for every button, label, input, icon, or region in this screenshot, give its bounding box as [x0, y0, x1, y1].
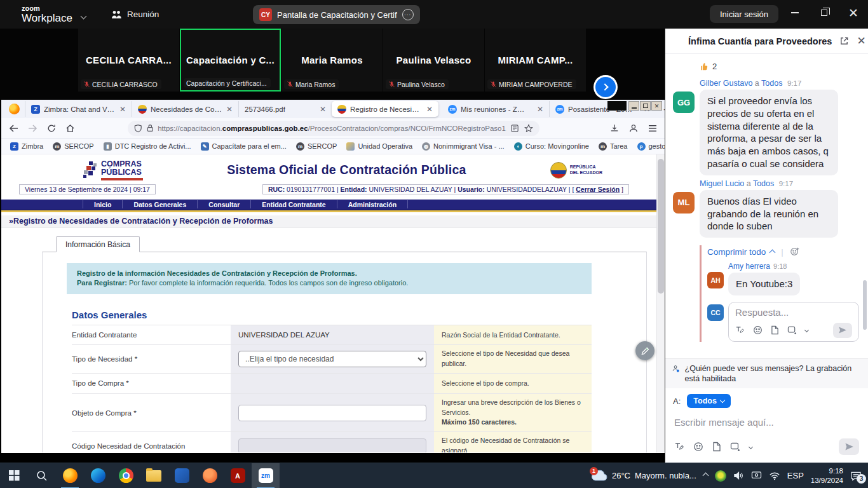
- more-compose-options-chevron[interactable]: [804, 328, 809, 332]
- tray-overflow-chevron[interactable]: [702, 473, 709, 479]
- format-text-icon[interactable]: [735, 325, 745, 335]
- message-bubble[interactable]: Buenos días El video grabando de la reun…: [700, 190, 838, 238]
- back-icon[interactable]: [9, 125, 18, 132]
- objeto-compra-input[interactable]: [238, 405, 426, 421]
- video-tile[interactable]: Maria Ramos Maria Ramos: [281, 29, 383, 92]
- reader-view-icon[interactable]: [511, 125, 519, 132]
- bookmark-item[interactable]: ▮DTC Registro de Activi...: [104, 142, 191, 151]
- browser-tab[interactable]: zm Mis reuniones - Zoom ✕: [442, 101, 549, 117]
- more-options-icon[interactable]: ...: [402, 9, 414, 20]
- menu-item-consultar[interactable]: Consultar: [197, 200, 250, 208]
- menu-icon[interactable]: [648, 125, 657, 132]
- antivirus-tray-icon[interactable]: [715, 470, 726, 482]
- browser-tab-active[interactable]: Registro de Necesidades ✕: [332, 101, 438, 117]
- message-bubble[interactable]: En Youtube:3: [728, 273, 800, 295]
- video-tile[interactable]: MIRIAM CAMP... MIRIAM CAMPOVERDE: [485, 29, 586, 92]
- close-chat-icon[interactable]: ✕: [857, 34, 865, 48]
- bookmark-item[interactable]: ✎Capacítate para el em...: [201, 142, 287, 151]
- message-bubble[interactable]: Si el proveedor envía los precios de su …: [700, 90, 838, 175]
- taskbar-acrobat[interactable]: A: [224, 463, 252, 488]
- add-reaction-icon[interactable]: [790, 247, 800, 257]
- menu-item-datos-generales[interactable]: Datos Generales: [122, 200, 197, 208]
- reload-icon[interactable]: [47, 124, 56, 133]
- menu-item-administracion[interactable]: Administración: [337, 200, 408, 208]
- browser-tab[interactable]: 2573466.pdf ✕: [238, 101, 332, 117]
- sender-name[interactable]: Amy herrera: [728, 262, 770, 271]
- bookmark-star-icon[interactable]: [524, 124, 533, 132]
- collapse-thread-button[interactable]: Comprimir todo: [707, 247, 775, 257]
- tipo-necesidad-select[interactable]: ..Elija el tipo de necesidad: [238, 351, 426, 367]
- more-compose-options-chevron[interactable]: [749, 444, 753, 449]
- taskbar-file-explorer[interactable]: [140, 463, 168, 488]
- keyboard-language[interactable]: ESP: [787, 471, 804, 480]
- taskbar-chrome[interactable]: [112, 463, 140, 488]
- home-icon[interactable]: [65, 124, 75, 133]
- menu-item-entidad-contratante[interactable]: Entidad Contratante: [250, 200, 336, 208]
- bookmark-item[interactable]: ◖Curso: Movingonline: [514, 142, 589, 151]
- send-reply-button[interactable]: [833, 323, 852, 338]
- tab-close-icon[interactable]: ✕: [226, 105, 233, 114]
- pop-out-icon[interactable]: [839, 36, 849, 46]
- wifi-icon[interactable]: [769, 471, 780, 480]
- browser-tab[interactable]: Necesidades de Contrata ✕: [132, 101, 238, 117]
- taskbar-firefox[interactable]: [56, 463, 84, 488]
- tab-informacion-basica[interactable]: Información Básica: [56, 236, 140, 252]
- bookmark-item[interactable]: ZZimbra: [10, 142, 43, 151]
- shared-screen-pill[interactable]: CY Pantalla de Capacitación y Certif ...: [253, 5, 420, 24]
- sender-name[interactable]: Miguel Lucio: [700, 179, 744, 188]
- tab-close-icon[interactable]: ✕: [426, 105, 433, 114]
- meeting-menu[interactable]: Reunión: [111, 10, 159, 19]
- emoji-icon[interactable]: [753, 325, 763, 335]
- tab-close-icon[interactable]: ✕: [537, 105, 543, 114]
- video-tile[interactable]: Paulina Velasco Paulina Velasco: [383, 29, 484, 92]
- browser-tab[interactable]: Z Zimbra: Chat and Video ✕: [25, 101, 132, 117]
- start-button[interactable]: [0, 463, 28, 488]
- firefox-icon[interactable]: [9, 104, 20, 114]
- reply-input[interactable]: [735, 307, 852, 318]
- sender-name[interactable]: Gilber Gustavo: [700, 79, 752, 88]
- bookmark-item[interactable]: ◍Nonimmigrant Visa - ...: [422, 142, 505, 151]
- format-text-icon[interactable]: [674, 442, 684, 452]
- file-icon[interactable]: [712, 442, 721, 452]
- chat-scrollbar-thumb[interactable]: [863, 280, 867, 330]
- taskbar-blue-app[interactable]: [168, 463, 196, 488]
- account-icon[interactable]: [629, 124, 638, 133]
- taskbar-zoom[interactable]: zm: [252, 463, 280, 488]
- annotation-pen-button[interactable]: [635, 341, 654, 360]
- send-message-button[interactable]: [839, 438, 859, 455]
- chat-message-input[interactable]: [674, 417, 859, 428]
- recipient-selector[interactable]: Todos: [687, 394, 731, 408]
- thumbs-up-reaction[interactable]: 2: [700, 59, 862, 75]
- video-tile[interactable]: CECILIA CARRA... CECILIA CARRASCO: [78, 29, 179, 92]
- screenshot-icon[interactable]: [730, 442, 740, 452]
- volume-icon[interactable]: [733, 471, 744, 480]
- clock[interactable]: 9:18 13/9/2024: [811, 466, 843, 485]
- search-button[interactable]: [28, 463, 56, 488]
- emoji-icon[interactable]: [693, 442, 703, 452]
- restore-button[interactable]: [810, 0, 839, 25]
- tab-close-icon[interactable]: ✕: [320, 105, 326, 114]
- bookmark-item[interactable]: mTarea: [599, 142, 628, 151]
- minimize-button[interactable]: [780, 0, 810, 25]
- bookmark-item[interactable]: mSERCOP: [296, 142, 337, 151]
- page-scrollbar-thumb[interactable]: [658, 159, 664, 294]
- downloads-icon[interactable]: [610, 124, 619, 133]
- recipient[interactable]: Todos: [753, 179, 774, 188]
- screenshot-icon[interactable]: [787, 326, 797, 335]
- bookmark-item[interactable]: mSERCOP: [53, 142, 93, 151]
- bookmark-item[interactable]: Unidad Operativa: [346, 142, 412, 151]
- next-participants-button[interactable]: [593, 75, 618, 99]
- chevron-down-icon[interactable]: [81, 13, 87, 20]
- action-center-button[interactable]: 3: [850, 471, 862, 481]
- taskbar-orange-app[interactable]: [196, 463, 224, 488]
- weather-widget[interactable]: 1 26°C Mayorm. nubla...: [591, 469, 696, 483]
- url-field[interactable]: https://capacitacion.compraspublicas.gob…: [128, 121, 539, 136]
- page-scrollbar[interactable]: [656, 154, 665, 452]
- bookmark-item[interactable]: pgestor documental: [637, 142, 665, 151]
- tab-close-icon[interactable]: ✕: [119, 105, 126, 114]
- lock-icon[interactable]: [147, 124, 154, 132]
- file-icon[interactable]: [771, 325, 779, 335]
- sign-in-button[interactable]: Iniciar sesión: [710, 5, 778, 23]
- menu-item-inicio[interactable]: Inicio: [83, 200, 122, 208]
- tracking-shield-icon[interactable]: [134, 124, 142, 133]
